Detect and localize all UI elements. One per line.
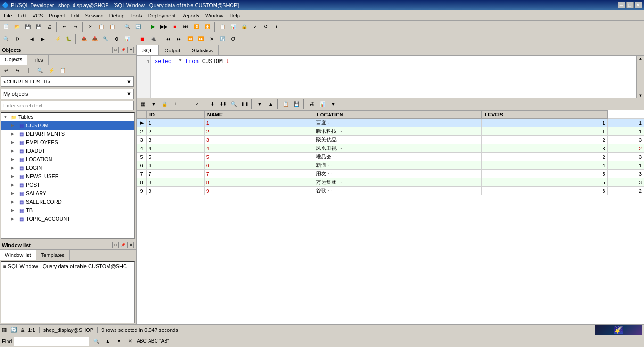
menu-debug[interactable]: Debug [107,12,127,19]
tb2-check[interactable]: 🐛 [64,34,74,44]
tb2-btn4[interactable]: ▶ [38,34,48,44]
menu-deployment[interactable]: Deployment [145,12,179,19]
grid-add-btn[interactable]: + [170,99,181,109]
undo-btn[interactable]: ↩ [59,22,70,32]
copy-btn[interactable]: 📋 [96,22,107,32]
find-input[interactable] [14,337,89,346]
objects-close-btn[interactable]: ✕ [127,47,134,53]
grid-check-btn[interactable]: ✓ [192,99,202,109]
table-row[interactable]: 5 5 5 唯品会 ··· 2 3 [137,153,644,161]
menu-reports[interactable]: Reports [179,12,203,19]
col-name[interactable]: NAME [204,111,314,119]
find-btn[interactable]: 🔍 [122,22,132,32]
tb2-btn2[interactable]: ⚙ [12,34,22,44]
table-row[interactable]: 8 8 8 万达集团 ··· 5 3 [137,178,644,187]
find-clear-btn[interactable]: ✕ [125,336,135,347]
tree-tables-group[interactable]: ▼ 📁 Tables [1,113,134,121]
tree-item-idaddt[interactable]: ▶ ▦ IDADDT [1,147,134,155]
scroll-down-icon[interactable]: ▼ [639,93,642,98]
tab-statistics[interactable]: Statistics [186,45,219,55]
info-btn[interactable]: ℹ [272,22,282,32]
myobjects-dropdown[interactable]: My objects ▼ [1,89,134,99]
obj-search-btn[interactable]: 🔍 [35,65,45,75]
status-refresh[interactable]: 🔄 [10,327,17,333]
grid-chart-btn[interactable]: 📊 [317,99,328,109]
table-row[interactable]: ▶ 1 1 百度 ··· 1 1 [137,119,644,127]
commit-btn[interactable]: ✓ [250,22,260,32]
find-execute-btn[interactable]: 🔍 [91,336,101,347]
menu-edit[interactable]: Edit [15,12,30,19]
paste-btn[interactable]: 📋 [107,22,117,32]
tab-templates[interactable]: Templates [36,250,70,260]
col-location[interactable]: LOCATION [314,111,481,119]
find-next-btn[interactable]: ▼ [114,336,124,347]
tb2-btn6[interactable]: 📥 [90,34,100,44]
grid-down-btn[interactable]: ⬇ [207,99,217,109]
col-leveis[interactable]: LEVEIS [482,111,608,119]
new-btn[interactable]: 📄 [1,22,11,32]
tree-item-custom[interactable]: ▶ ▦ CUSTOM [1,121,134,130]
rollback-btn[interactable]: ↺ [261,22,271,32]
tb2-cancel[interactable]: ✕ [206,34,217,44]
step-btn[interactable]: ⏭ [181,22,191,32]
tab-sql[interactable]: SQL [137,45,159,55]
tree-item-salary[interactable]: ▶ ▦ SALARY [1,189,134,198]
grid-save-btn[interactable]: 💾 [291,99,302,109]
table-row[interactable]: 7 7 7 用友 ··· 5 3 [137,170,644,178]
tab-window-list[interactable]: Window list [0,250,36,260]
winlist-pin-btn[interactable]: 📌 [120,242,126,248]
grid-print-btn[interactable]: 🖨 [306,99,317,109]
sql-editor[interactable]: 1 select * from CUSTOM t ▲ ▼ [137,56,644,98]
tb2-prev[interactable]: ⏮ [163,34,173,44]
stop-btn[interactable]: ■ [170,22,180,32]
obj-back-btn[interactable]: ↩ [1,65,11,75]
explain-btn[interactable]: 📊 [228,22,239,32]
table-row[interactable]: 6 6 6 新浪 ··· 4 1 [137,161,644,170]
tree-item-tb[interactable]: ▶ ▦ TB [1,206,134,215]
find-prev-btn[interactable]: ▲ [102,336,113,347]
grid-search-btn[interactable]: 🔍 [229,99,239,109]
tree-item-salerecord[interactable]: ▶ ▦ SALERECORD [1,198,134,206]
col-id[interactable]: ID [147,111,205,119]
menu-tools[interactable]: Tools [127,12,145,19]
grid-lock-btn[interactable]: 🔒 [159,99,170,109]
grid-copy-btn[interactable]: 📋 [281,99,291,109]
tb2-btn5[interactable]: 📤 [79,34,89,44]
describe-btn[interactable]: 📋 [217,22,228,32]
close-button[interactable]: ✕ [635,2,642,8]
obj-info-btn[interactable]: 📋 [58,65,68,75]
tb2-last[interactable]: ⏩ [196,34,206,44]
menu-session[interactable]: Session [83,12,107,19]
redo-btn[interactable]: ↪ [70,22,81,32]
grid-view-dropdown[interactable]: ▼ [149,99,159,109]
run-btn[interactable]: ▶ [148,22,158,32]
tree-item-departments[interactable]: ▶ ▦ DEPARTMENTS [1,130,134,138]
tree-item-topic-account[interactable]: ▶ ▦ TOPIC_ACCOUNT [1,215,134,223]
restore-button[interactable]: □ [626,2,634,8]
find-match-btn[interactable]: ABC [148,336,158,347]
tb2-connect[interactable]: 🔌 [148,34,158,44]
winlist-close-btn[interactable]: ✕ [127,242,134,248]
find-regex-btn[interactable]: ABC [136,336,147,347]
tree-item-post[interactable]: ▶ ▦ POST [1,181,134,189]
run-script-btn[interactable]: ▶▶ [159,22,169,32]
grid-sort-desc-btn[interactable]: ▲ [265,99,276,109]
grid-delete-btn[interactable]: − [181,99,191,109]
obj-filter-btn[interactable]: ⚡ [46,65,57,75]
sql-content[interactable]: select * from CUSTOM t [151,56,636,98]
menu-help[interactable]: Help [226,12,243,19]
table-row[interactable]: 2 2 2 腾讯科技 ··· 1 1 [137,127,644,136]
tab-objects[interactable]: Objects [0,55,27,65]
objects-restore-btn[interactable]: □ [112,47,119,53]
grid-filter-btn[interactable]: ⬆⬆ [239,99,250,109]
obj-forward-btn[interactable]: ↪ [12,65,23,75]
tab-files[interactable]: Files [27,55,48,65]
tree-item-login[interactable]: ▶ ▦ LOGIN [1,164,134,172]
tb2-btn1[interactable]: 🔍 [1,34,11,44]
tb2-first[interactable]: ⏪ [185,34,195,44]
save-all-btn[interactable]: 💾 [33,22,44,32]
grid-down2-btn[interactable]: ⬇⬇ [218,99,228,109]
scroll-up-icon[interactable]: ▲ [639,57,642,61]
step-out-btn[interactable]: ⏫ [202,22,213,32]
replace-btn[interactable]: 🔄 [133,22,143,32]
